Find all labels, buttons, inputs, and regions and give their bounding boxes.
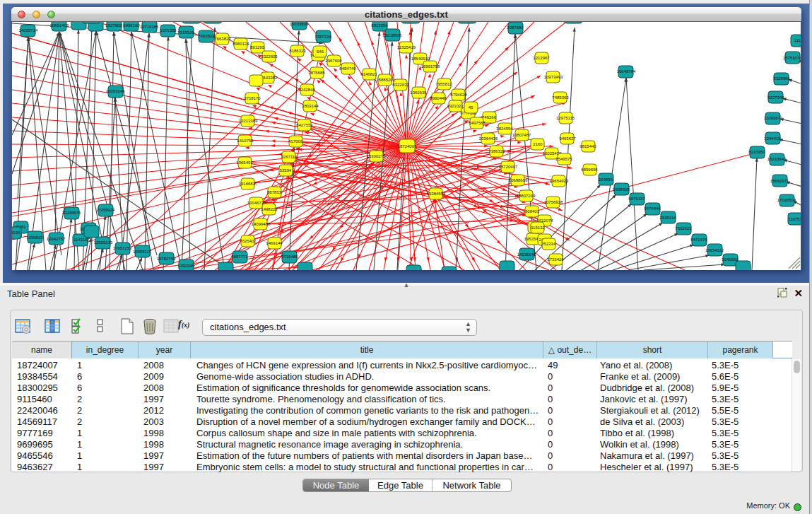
svg-text:15751074: 15751074	[783, 56, 801, 60]
svg-text:1469144: 1469144	[266, 241, 283, 245]
svg-text:10756928: 10756928	[544, 200, 563, 204]
svg-text:19166827: 19166827	[239, 182, 258, 186]
svg-text:1733426: 1733426	[547, 257, 564, 262]
svg-text:6497568: 6497568	[469, 121, 486, 125]
svg-text:116753: 116753	[788, 217, 801, 221]
svg-text:9657771: 9657771	[231, 255, 248, 259]
svg-text:887833: 887833	[267, 190, 282, 194]
svg-text:20364436: 20364436	[479, 136, 498, 141]
svg-text:15300275: 15300275	[367, 154, 386, 158]
svg-text:7955812: 7955812	[435, 82, 452, 86]
svg-text:9242848: 9242848	[298, 88, 315, 92]
svg-text:3267110: 3267110	[281, 155, 298, 159]
svg-text:12942757: 12942757	[47, 237, 66, 241]
svg-text:2967608: 2967608	[325, 59, 342, 63]
svg-text:19654923: 19654923	[550, 179, 569, 183]
svg-text:7357224: 7357224	[314, 35, 331, 39]
svg-text:15692971: 15692971	[770, 179, 789, 183]
svg-text:2160: 2160	[533, 142, 543, 146]
svg-text:1921022: 1921022	[447, 104, 464, 108]
svg-text:19218506: 19218506	[383, 33, 402, 37]
svg-text:24055714: 24055714	[19, 28, 38, 33]
svg-text:7632621: 7632621	[675, 226, 692, 230]
svg-text:8813054: 8813054	[371, 23, 388, 28]
svg-text:114319: 114319	[73, 238, 88, 242]
svg-text:417006: 417006	[288, 139, 303, 144]
svg-text:14136141: 14136141	[517, 252, 536, 257]
svg-text:746266: 746266	[482, 115, 497, 119]
svg-text:115132: 115132	[531, 226, 545, 230]
svg-text:18724007: 18724007	[398, 144, 417, 148]
svg-text:10973493: 10973493	[544, 75, 563, 79]
svg-text:45: 45	[469, 105, 473, 110]
svg-text:8322037: 8322037	[392, 83, 409, 87]
svg-text:7663822: 7663822	[198, 34, 215, 38]
svg-text:1156819: 1156819	[27, 235, 44, 240]
svg-text:12505135: 12505135	[94, 240, 113, 245]
svg-text:9474444: 9474444	[644, 206, 661, 211]
svg-text:7515526: 7515526	[177, 30, 194, 35]
svg-text:1588520: 1588520	[376, 78, 393, 82]
svg-text:16033809: 16033809	[290, 22, 309, 26]
svg-text:1362635: 1362635	[410, 90, 427, 95]
svg-text:17359924: 17359924	[96, 208, 115, 212]
svg-text:9716485: 9716485	[281, 255, 298, 259]
svg-text:2803144: 2803144	[302, 104, 319, 108]
svg-text:9329966: 9329966	[773, 76, 790, 81]
svg-text:7386322: 7386322	[488, 149, 505, 153]
svg-text:10688609: 10688609	[509, 178, 528, 182]
svg-text:9815440: 9815440	[579, 144, 596, 148]
svg-text:20691406: 20691406	[50, 23, 69, 28]
svg-text:9146821: 9146821	[360, 72, 377, 76]
svg-text:10719185: 10719185	[140, 25, 159, 29]
svg-text:12093872: 12093872	[764, 116, 783, 120]
svg-text:2935114: 2935114	[660, 216, 677, 220]
svg-text:8186323: 8186323	[289, 49, 306, 53]
svg-text:10654112: 10654112	[705, 248, 724, 252]
svg-text:20053346: 20053346	[106, 89, 125, 93]
svg-text:6794028: 6794028	[450, 93, 467, 97]
svg-text:3875685: 3875685	[308, 71, 325, 75]
svg-text:16210643: 16210643	[767, 157, 787, 161]
svg-text:16648784: 16648784	[617, 69, 636, 74]
svg-text:1965491: 1965491	[236, 160, 253, 165]
svg-text:1292346: 1292346	[177, 264, 194, 268]
svg-text:2087682: 2087682	[507, 25, 524, 30]
svg-text:7485063: 7485063	[552, 95, 569, 100]
svg-text:1527602: 1527602	[105, 23, 122, 28]
svg-text:891295: 891295	[250, 45, 265, 49]
svg-text:6899695: 6899695	[581, 168, 598, 172]
svg-text:9463627: 9463627	[559, 136, 576, 141]
svg-text:18807249: 18807249	[517, 194, 536, 198]
svg-text:8215953: 8215953	[748, 150, 765, 154]
svg-text:53594: 53594	[280, 168, 292, 173]
svg-text:8960124: 8960124	[233, 42, 249, 46]
svg-text:5938928: 5938928	[613, 187, 630, 192]
svg-text:1213967: 1213967	[533, 56, 550, 60]
svg-text:12213389: 12213389	[239, 119, 258, 123]
svg-text:39159: 39159	[12, 230, 20, 235]
svg-text:164095: 164095	[599, 177, 613, 182]
svg-text:15720407: 15720407	[499, 165, 518, 169]
svg-text:18640910: 18640910	[411, 57, 430, 61]
svg-text:1244415: 1244415	[764, 136, 781, 141]
svg-text:9227349: 9227349	[767, 95, 784, 100]
svg-text:14099488: 14099488	[252, 222, 271, 226]
svg-text:11325419: 11325419	[397, 45, 416, 49]
svg-text:10958117: 10958117	[133, 250, 152, 254]
svg-text:17957253: 17957253	[113, 246, 132, 250]
svg-text:1610755: 1610755	[237, 139, 254, 143]
svg-text:7663822: 7663822	[214, 37, 231, 41]
svg-text:20206576: 20206576	[62, 211, 81, 215]
svg-text:252234: 252234	[541, 242, 556, 246]
svg-text:8990448: 8990448	[430, 96, 447, 100]
svg-text:1671355: 1671355	[160, 28, 177, 33]
svg-text:2549575: 2549575	[555, 157, 572, 161]
svg-text:9245652: 9245652	[722, 257, 739, 262]
svg-text:17016504: 17016504	[777, 198, 796, 202]
svg-text:8471676: 8471676	[690, 238, 707, 242]
svg-text:12975115: 12975115	[556, 116, 575, 120]
svg-text:1498222: 1498222	[261, 207, 278, 211]
svg-text:1112: 1112	[794, 38, 801, 42]
svg-text:2718170: 2718170	[244, 96, 261, 100]
